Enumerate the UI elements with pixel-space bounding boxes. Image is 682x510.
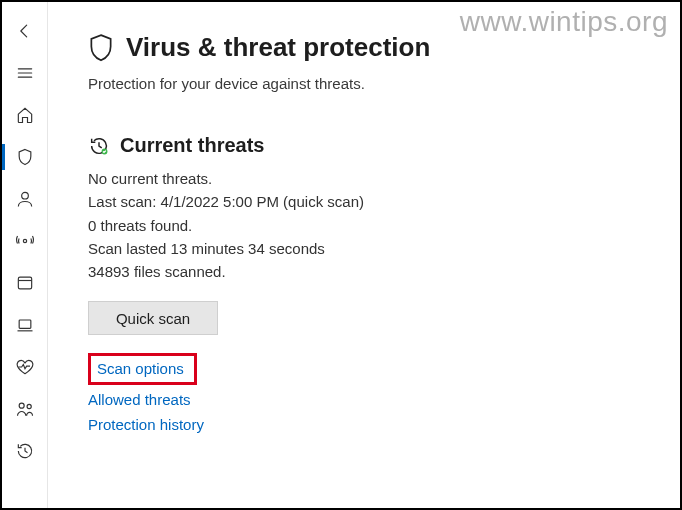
page-title: Virus & threat protection	[126, 32, 430, 63]
shield-title-icon	[88, 33, 114, 63]
nav-firewall[interactable]	[2, 220, 48, 262]
app-browser-icon	[15, 273, 35, 293]
status-files-scanned: 34893 files scanned.	[88, 260, 660, 283]
section-header: Current threats	[88, 134, 660, 157]
history-icon	[15, 441, 35, 461]
scan-options-highlight: Scan options	[88, 353, 197, 385]
svg-point-0	[22, 192, 29, 199]
current-threats-icon	[88, 135, 110, 157]
section-title-current-threats: Current threats	[120, 134, 264, 157]
hamburger-icon	[15, 63, 35, 83]
nav-home[interactable]	[2, 94, 48, 136]
back-arrow-icon	[15, 21, 35, 41]
svg-point-5	[27, 404, 31, 408]
nav-family[interactable]	[2, 388, 48, 430]
back-button[interactable]	[2, 10, 48, 52]
nav-account[interactable]	[2, 178, 48, 220]
svg-point-1	[23, 239, 26, 242]
laptop-icon	[15, 315, 35, 335]
page-title-row: Virus & threat protection	[88, 32, 660, 63]
nav-performance[interactable]	[2, 346, 48, 388]
status-no-threats: No current threats.	[88, 167, 660, 190]
account-icon	[15, 189, 35, 209]
menu-button[interactable]	[2, 52, 48, 94]
nav-app-browser[interactable]	[2, 262, 48, 304]
status-duration: Scan lasted 13 minutes 34 seconds	[88, 237, 660, 260]
family-icon	[15, 399, 35, 419]
nav-history[interactable]	[2, 430, 48, 472]
svg-point-4	[19, 403, 24, 408]
page-subtitle: Protection for your device against threa…	[88, 75, 660, 92]
link-protection-history[interactable]: Protection history	[88, 416, 204, 433]
quick-scan-button[interactable]: Quick scan	[88, 301, 218, 335]
nav-virus-threat[interactable]	[2, 136, 48, 178]
shield-icon	[15, 147, 35, 167]
status-threats-found: 0 threats found.	[88, 214, 660, 237]
status-block: No current threats. Last scan: 4/1/2022 …	[88, 167, 660, 283]
svg-rect-2	[18, 277, 31, 289]
svg-rect-3	[19, 320, 31, 328]
app-frame: www.wintips.org	[0, 0, 682, 510]
sidebar	[2, 2, 48, 508]
link-allowed-threats[interactable]: Allowed threats	[88, 391, 191, 408]
heart-pulse-icon	[15, 357, 35, 377]
firewall-icon	[15, 231, 35, 251]
status-last-scan: Last scan: 4/1/2022 5:00 PM (quick scan)	[88, 190, 660, 213]
home-icon	[15, 105, 35, 125]
link-scan-options[interactable]: Scan options	[97, 360, 184, 377]
main-content: Virus & threat protection Protection for…	[48, 2, 680, 508]
nav-device-security[interactable]	[2, 304, 48, 346]
